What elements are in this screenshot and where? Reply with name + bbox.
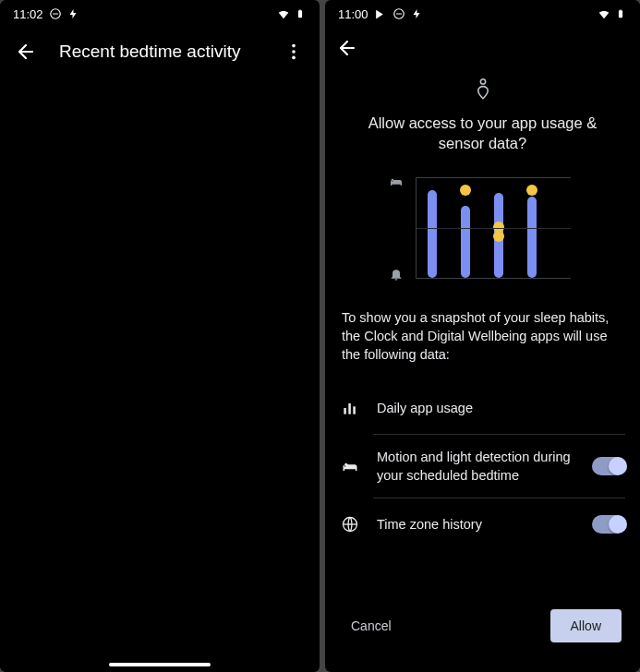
chart-dot: [526, 185, 537, 196]
wellbeing-hero-icon: [473, 78, 493, 103]
chart-bar: [527, 197, 537, 278]
app-bar-right: [325, 26, 640, 70]
dialog-content: Allow access to your app usage & sensor …: [325, 70, 640, 594]
perm-label: Motion and light detection during your s…: [377, 448, 575, 485]
screen-allow-access: 11:00: [325, 0, 640, 672]
timezone-toggle[interactable]: [592, 515, 625, 534]
dnd-icon: [392, 7, 405, 20]
perm-row-timezone: Time zone history: [340, 498, 625, 550]
back-button[interactable]: [7, 33, 44, 70]
charging-icon: [411, 7, 424, 20]
bar-chart-icon: [340, 398, 360, 418]
chart-dot: [460, 185, 471, 196]
chart-bar: [461, 206, 470, 278]
perm-row-motion-light: Motion and light detection during your s…: [340, 435, 625, 498]
dialog-title: Allow access to your app usage & sensor …: [340, 113, 625, 161]
perm-label: Daily app usage: [377, 399, 625, 417]
cancel-button[interactable]: Cancel: [344, 609, 399, 642]
gesture-nav-bar[interactable]: [109, 663, 211, 666]
svg-point-5: [292, 50, 296, 54]
bed-icon: [388, 174, 405, 190]
screen-recent-bedtime: 11:02 Recent bedtime activity: [0, 0, 320, 672]
status-bar-right: 11:00: [325, 0, 640, 26]
status-time: 11:00: [338, 7, 368, 21]
empty-content: [0, 78, 320, 672]
bed-sensor-icon: [340, 456, 360, 476]
globe-icon: [340, 514, 360, 534]
sleep-chart-thumbnail: [395, 177, 571, 279]
status-bar-left: 11:02: [0, 0, 320, 26]
svg-rect-12: [344, 408, 346, 414]
chart-bar: [428, 190, 437, 278]
page-title: Recent bedtime activity: [59, 42, 260, 62]
wifi-icon: [598, 7, 610, 20]
svg-rect-2: [298, 10, 302, 18]
back-button[interactable]: [329, 30, 366, 66]
overflow-menu-button[interactable]: [275, 33, 312, 70]
status-time: 11:02: [13, 7, 43, 21]
perm-label: Time zone history: [377, 515, 575, 534]
battery-icon: [294, 7, 307, 20]
svg-point-11: [480, 79, 485, 84]
perm-row-app-usage: Daily app usage: [340, 382, 625, 434]
wifi-icon: [277, 7, 290, 20]
play-store-icon: [374, 7, 387, 20]
motion-light-toggle[interactable]: [592, 457, 625, 475]
app-bar-left: Recent bedtime activity: [0, 26, 320, 78]
battery-icon: [614, 7, 627, 20]
allow-button[interactable]: Allow: [550, 609, 622, 642]
svg-point-6: [292, 56, 296, 60]
alarm-icon: [388, 266, 405, 282]
dialog-description: To show you a snapshot of your sleep hab…: [340, 308, 625, 364]
dnd-icon: [49, 7, 62, 20]
svg-rect-3: [299, 9, 301, 10]
svg-rect-10: [620, 9, 622, 10]
svg-rect-9: [619, 10, 622, 18]
svg-rect-14: [353, 406, 356, 414]
chart-bar: [494, 193, 503, 278]
charging-icon: [67, 7, 80, 20]
svg-point-4: [292, 44, 296, 48]
svg-rect-13: [348, 403, 351, 414]
chart-dot: [493, 231, 504, 242]
dialog-button-bar: Cancel Allow: [325, 594, 640, 672]
svg-point-15: [344, 463, 347, 466]
